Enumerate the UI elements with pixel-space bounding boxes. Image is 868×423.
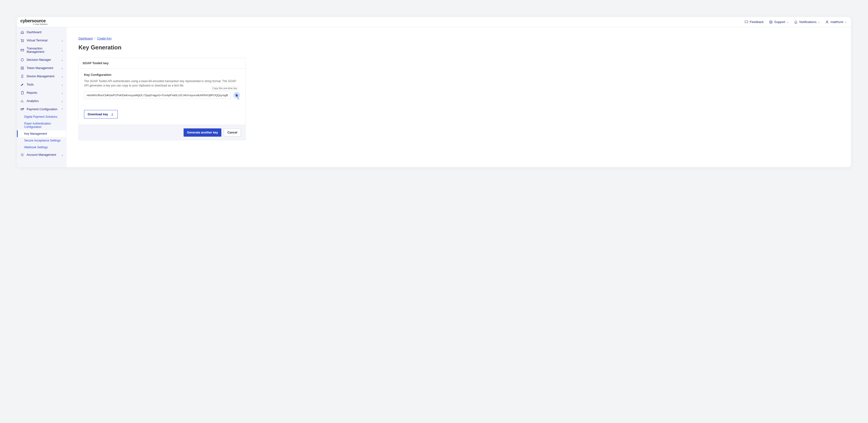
- sidebar-item-dashboard[interactable]: Dashboard: [17, 28, 66, 36]
- key-row: Copy this one-time key: [84, 92, 240, 99]
- content: Dashboard / Create Key Key Generation SO…: [66, 27, 851, 167]
- svg-rect-6: [21, 49, 24, 51]
- sidebar-sub-webhook-settings[interactable]: Webhook Settings: [17, 144, 66, 151]
- topbar: cybersource A Visa Solution Feedback Sup…: [17, 17, 851, 27]
- svg-point-1: [769, 21, 772, 24]
- chevron-down-icon: ⌄: [61, 75, 63, 78]
- svg-point-8: [22, 68, 23, 68]
- sidebar-item-analytics[interactable]: Analytics⌄: [17, 97, 66, 105]
- user-menu[interactable]: matthsmi ⌄: [825, 20, 847, 24]
- bars-icon: [20, 99, 24, 103]
- key-field: [84, 92, 240, 99]
- download-key-button[interactable]: Download key: [84, 110, 118, 118]
- chevron-up-icon: ⌃: [61, 108, 63, 111]
- sidebar-item-label: Decision Manager: [27, 58, 59, 62]
- sidebar-item-virtual-terminal[interactable]: Virtual Terminal⌄: [17, 36, 66, 44]
- notifications-menu[interactable]: Notifications ⌄: [794, 20, 820, 24]
- wrench-icon: [20, 83, 24, 87]
- card-header: SOAP Toolkit key: [79, 58, 245, 68]
- key-input[interactable]: [84, 92, 231, 99]
- svg-rect-10: [21, 109, 23, 110]
- chevron-down-icon: ⌄: [61, 59, 63, 61]
- sidebar-item-decision-manager[interactable]: Decision Manager⌄: [17, 56, 66, 64]
- chevron-down-icon: ⌄: [61, 154, 63, 156]
- svg-point-3: [827, 21, 828, 22]
- section-title: Key Configuration: [84, 73, 240, 77]
- svg-point-4: [22, 41, 22, 42]
- chevron-down-icon: ⌄: [61, 83, 63, 86]
- brand-sub: A Visa Solution: [20, 23, 48, 25]
- sidebar-item-label: Tools: [27, 83, 59, 86]
- doc-icon: [20, 91, 24, 95]
- topbar-right: Feedback Support ⌄ Notifications ⌄ matth…: [744, 20, 847, 24]
- shield-icon: [20, 58, 24, 62]
- chevron-down-icon: ⌄: [61, 100, 63, 102]
- sidebar-item-device-management[interactable]: Device Management⌄: [17, 72, 66, 81]
- chevron-down-icon: ⌄: [61, 39, 63, 42]
- feedback-link[interactable]: Feedback: [744, 20, 764, 24]
- device-icon: [20, 74, 24, 78]
- sidebar-sub-secure-acceptance-settings[interactable]: Secure Acceptance Settings: [17, 137, 66, 144]
- user-label: matthsmi: [831, 20, 843, 24]
- download-label: Download key: [88, 113, 108, 116]
- key-card: SOAP Toolkit key Key Configuration The S…: [79, 58, 246, 140]
- gear-icon: [20, 153, 24, 157]
- card-body: Key Configuration The SOAP Toolkit API a…: [79, 68, 245, 125]
- sidebar: DashboardVirtual Terminal⌄Transaction Ma…: [17, 27, 66, 167]
- notifications-label: Notifications: [799, 20, 816, 24]
- generate-another-key-button[interactable]: Generate another key: [184, 128, 221, 137]
- sidebar-item-tools[interactable]: Tools⌄: [17, 81, 66, 89]
- svg-rect-13: [236, 95, 238, 97]
- cursor-pointer-icon: [237, 97, 240, 101]
- sidebar-item-token-management[interactable]: Token Management⌄: [17, 64, 66, 72]
- breadcrumb-link-dashboard[interactable]: Dashboard: [79, 37, 93, 40]
- svg-rect-7: [21, 67, 24, 69]
- feedback-icon: [744, 20, 748, 24]
- svg-point-5: [23, 41, 23, 42]
- payconf-icon: [20, 107, 24, 111]
- chevron-down-icon: ⌄: [786, 21, 788, 23]
- sidebar-item-account-management[interactable]: Account Management⌄: [17, 151, 66, 159]
- sidebar-item-label: Analytics: [27, 99, 59, 103]
- sidebar-item-transaction-management[interactable]: Transaction Management⌄: [17, 44, 66, 56]
- support-menu[interactable]: Support ⌄: [769, 20, 789, 24]
- sidebar-item-label: Device Management: [27, 74, 59, 78]
- chevron-down-icon: ⌄: [61, 92, 63, 94]
- brand-main: cybersource: [20, 19, 48, 23]
- sidebar-item-payment-configuration[interactable]: Payment Configuration⌃: [17, 105, 66, 113]
- support-label: Support: [774, 20, 785, 24]
- main-area: DashboardVirtual Terminal⌄Transaction Ma…: [17, 27, 851, 167]
- brand-logo: cybersource A Visa Solution: [20, 19, 48, 25]
- token-icon: [20, 66, 24, 70]
- sidebar-item-label: Token Management: [27, 66, 59, 70]
- copy-tooltip: Copy this one-time key: [211, 86, 239, 90]
- sidebar-item-reports[interactable]: Reports⌄: [17, 89, 66, 97]
- cancel-button[interactable]: Cancel: [224, 128, 241, 137]
- copy-button[interactable]: [233, 92, 240, 99]
- card-icon: [20, 48, 24, 52]
- sidebar-item-label: Virtual Terminal: [27, 39, 59, 42]
- download-icon: [111, 113, 114, 116]
- breadcrumb: Dashboard / Create Key: [79, 37, 839, 40]
- page-title: Key Generation: [79, 44, 839, 51]
- user-icon: [825, 20, 829, 24]
- breadcrumb-link-create-key[interactable]: Create Key: [97, 37, 112, 40]
- sidebar-sub-key-management[interactable]: Key Management: [17, 130, 66, 137]
- feedback-label: Feedback: [750, 20, 764, 24]
- chevron-down-icon: ⌄: [845, 21, 847, 23]
- chevron-down-icon: ⌄: [61, 67, 63, 69]
- sidebar-sub-payer-authentication-configuration[interactable]: Payer Authentication Configuration: [17, 120, 66, 130]
- sidebar-sub-digital-payment-solutions[interactable]: Digital Payment Solutions: [17, 113, 66, 120]
- home-icon: [20, 30, 24, 34]
- app-window: cybersource A Visa Solution Feedback Sup…: [17, 17, 851, 167]
- sidebar-item-label: Payment Configuration: [27, 108, 59, 111]
- sidebar-item-label: Account Management: [27, 153, 59, 156]
- support-icon: [769, 20, 773, 24]
- bell-icon: [794, 20, 798, 24]
- chevron-down-icon: ⌄: [818, 21, 820, 23]
- card-footer: Generate another key Cancel: [79, 125, 245, 140]
- copy-icon: [235, 93, 238, 97]
- breadcrumb-sep: /: [94, 37, 95, 40]
- svg-point-12: [22, 154, 23, 155]
- chevron-down-icon: ⌄: [61, 49, 63, 52]
